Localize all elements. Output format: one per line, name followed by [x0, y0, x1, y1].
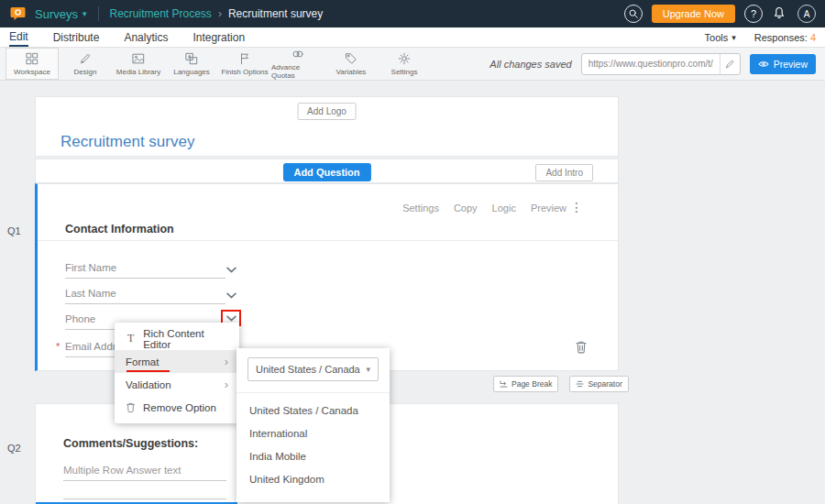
workspace-icon — [26, 52, 38, 65]
question-preview-button[interactable]: Preview — [531, 203, 566, 214]
format-select[interactable]: United States / Canada ▾ — [248, 357, 379, 381]
question-title[interactable]: Contact Information — [65, 223, 174, 236]
format-select-value: United States / Canada — [256, 364, 360, 375]
field-last-name[interactable]: Last Name — [65, 288, 226, 304]
question-number-q2: Q2 — [7, 443, 21, 454]
menu-item-format[interactable]: Format › — [115, 350, 239, 373]
upgrade-now-button[interactable]: Upgrade Now — [652, 5, 735, 23]
toolbar-item-label: Workspace — [14, 68, 50, 76]
survey-url-input[interactable] — [582, 59, 720, 69]
answer-row-line — [63, 499, 226, 499]
separator-button[interactable]: Separator — [569, 376, 628, 392]
responses-label: Responses: — [754, 32, 808, 43]
toolbar-item-label: Variables — [336, 68, 367, 76]
media-library-icon — [132, 52, 145, 65]
toolbar-item-finish-options[interactable]: Finish Options — [218, 48, 271, 80]
question-logic-button[interactable]: Logic — [492, 203, 516, 214]
menu-item-validation[interactable]: Validation › — [115, 373, 239, 396]
format-option-india-mobile[interactable]: India Mobile — [236, 444, 390, 467]
main-menu-bar: Edit Distribute Analytics Integration To… — [0, 27, 825, 48]
toolbar-item-workspace[interactable]: Workspace — [6, 48, 59, 80]
question-copy-button[interactable]: Copy — [454, 203, 478, 214]
add-logo-button[interactable]: Add Logo — [297, 103, 357, 120]
menu-item-remove-option[interactable]: Remove Option — [115, 396, 239, 419]
menu-item-rich-content-editor[interactable]: T Rich Content Editor — [115, 327, 239, 350]
format-option-united-kingdom[interactable]: United Kingdom — [236, 467, 390, 490]
tab-analytics[interactable]: Analytics — [124, 29, 168, 46]
rich-content-editor-icon: T — [126, 332, 136, 345]
separator-icon — [576, 380, 584, 388]
search-icon[interactable] — [624, 5, 643, 23]
toolbar-item-label: Media Library — [116, 68, 160, 76]
responses-indicator[interactable]: Responses:4 — [754, 32, 816, 43]
breadcrumb-current: Recruitment survey — [228, 7, 323, 20]
breadcrumb-separator-icon: › — [218, 7, 222, 20]
notifications-bell-icon[interactable] — [772, 5, 788, 22]
format-option-us-canada[interactable]: United States / Canada — [236, 399, 390, 422]
format-option-international[interactable]: International — [236, 422, 390, 444]
preview-button[interactable]: Preview — [750, 54, 816, 74]
format-options-list: United States / Canada International Ind… — [236, 393, 390, 490]
top-navigation-bar: Surveys ▾ Recruitment Process › Recruitm… — [0, 0, 825, 27]
chevron-down-icon[interactable] — [226, 315, 236, 322]
toolbar-item-settings[interactable]: Settings — [378, 48, 431, 80]
toolbar-item-languages[interactable]: Languages — [165, 48, 218, 80]
chevron-down-icon: ▾ — [366, 365, 370, 374]
preview-label: Preview — [774, 59, 808, 70]
topbar-right: Upgrade Now ? A — [624, 5, 816, 23]
toolbar-item-label: Finish Options — [221, 68, 268, 76]
surveys-label: Surveys — [35, 7, 78, 21]
add-question-button[interactable]: Add Question — [282, 163, 370, 181]
finish-options-icon — [238, 52, 251, 65]
tab-distribute[interactable]: Distribute — [53, 29, 100, 46]
toolbar-item-variables[interactable]: Variables — [324, 48, 378, 80]
edit-url-pencil-icon[interactable] — [720, 54, 740, 74]
design-icon — [79, 52, 92, 65]
tools-menu[interactable]: Tools ▾ — [705, 32, 736, 43]
add-intro-button[interactable]: Add Intro — [535, 164, 593, 181]
toolbar-right: All changes saved Preview — [490, 48, 820, 80]
toolbar-item-media-library[interactable]: Media Library — [112, 48, 165, 80]
toolbar-item-label: Settings — [391, 68, 418, 76]
menu-item-label: Format — [126, 356, 159, 367]
survey-header-card: Add Logo Recruitment survey — [35, 96, 619, 157]
question-settings-button[interactable]: Settings — [402, 203, 439, 214]
delete-question-icon[interactable] — [575, 340, 588, 355]
toolbar-item-design[interactable]: Design — [59, 48, 112, 80]
multi-row-answer-placeholder[interactable]: Multiple Row Answer text — [63, 465, 226, 481]
variables-icon — [345, 52, 358, 65]
question-title[interactable]: Comments/Suggestions: — [63, 437, 198, 450]
required-asterisk: * — [56, 341, 60, 352]
format-submenu-panel: United States / Canada ▾ United States /… — [236, 348, 390, 502]
tab-edit[interactable]: Edit — [9, 28, 28, 47]
help-icon[interactable]: ? — [744, 5, 763, 23]
settings-icon — [398, 52, 411, 65]
menubar-right: Tools ▾ Responses:4 — [705, 32, 816, 43]
chevron-right-icon: › — [225, 355, 228, 368]
survey-editor-canvas: Add Logo Recruitment survey Add Question… — [0, 81, 825, 504]
avatar[interactable]: A — [798, 5, 816, 23]
save-status: All changes saved — [490, 59, 571, 70]
chevron-down-icon[interactable] — [226, 292, 236, 299]
page-break-button[interactable]: Page Break — [493, 376, 558, 392]
chevron-down-icon[interactable] — [226, 267, 236, 273]
trash-icon — [126, 401, 136, 413]
tab-integration[interactable]: Integration — [192, 29, 245, 46]
eye-icon — [758, 60, 769, 68]
more-options-icon[interactable]: ⋮ — [570, 200, 583, 214]
questionpro-logo[interactable] — [9, 5, 28, 23]
toolbar-item-advance-quotas[interactable]: Advance Quotas — [271, 48, 324, 80]
survey-title[interactable]: Recruitment survey — [60, 133, 194, 151]
toolbar-item-label: Languages — [173, 68, 210, 76]
page-break-label: Page Break — [512, 379, 552, 389]
breadcrumb-parent[interactable]: Recruitment Process — [110, 7, 212, 20]
field-first-name[interactable]: First Name — [65, 262, 226, 279]
advance-quotas-icon — [292, 48, 304, 60]
surveys-menu[interactable]: Surveys ▾ — [35, 7, 87, 21]
divider — [98, 6, 99, 21]
annotation-underline — [126, 370, 170, 372]
question-number-q1: Q1 — [7, 225, 21, 236]
toolbar-item-label: Advance Quotas — [271, 63, 324, 80]
page-tools: Page Break Separator — [493, 376, 629, 392]
divider — [38, 240, 618, 241]
